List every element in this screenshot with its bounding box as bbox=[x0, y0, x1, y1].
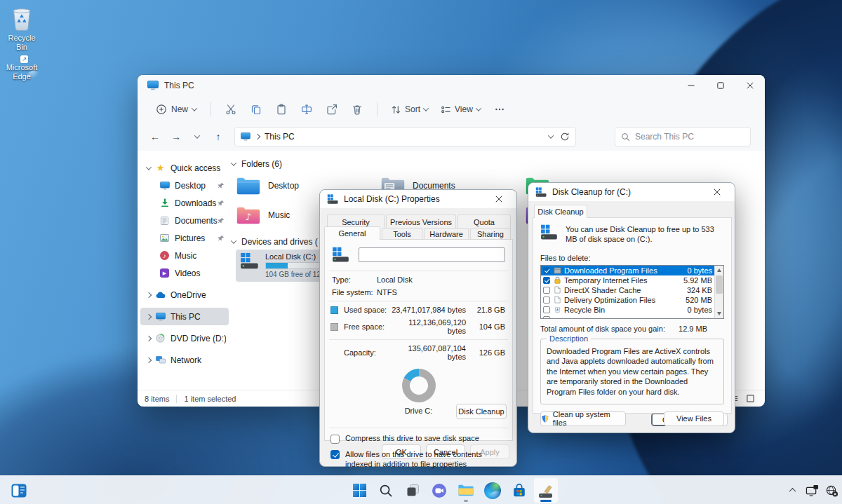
tab-disk-cleanup[interactable]: Disk Cleanup bbox=[534, 205, 587, 218]
volume-label-input[interactable] bbox=[359, 247, 505, 262]
address-dropdown-icon[interactable] bbox=[549, 135, 553, 139]
address-bar[interactable]: This PC bbox=[234, 127, 576, 147]
disk-cleanup-taskbar-button[interactable] bbox=[533, 477, 559, 503]
view-button[interactable]: View bbox=[434, 101, 487, 118]
sidebar-item-downloads[interactable]: Downloads bbox=[140, 194, 229, 212]
devices-section-header[interactable]: Devices and drives ( bbox=[232, 237, 318, 247]
desktop-icon-recycle-bin[interactable]: Recycle Bin bbox=[1, 6, 42, 51]
delete-button[interactable] bbox=[345, 99, 370, 120]
close-icon[interactable] bbox=[707, 184, 728, 200]
tab-general[interactable]: General bbox=[324, 226, 380, 240]
list-item-recycle-bin[interactable]: Recycle Bin 0 bytes bbox=[541, 305, 714, 315]
sidebar-item-music[interactable]: ♪ Music bbox=[140, 247, 229, 264]
sidebar-item-desktop[interactable]: Desktop bbox=[140, 177, 229, 194]
up-button[interactable]: ↑ bbox=[209, 128, 227, 146]
used-space-swatch bbox=[330, 306, 338, 314]
maximize-button[interactable] bbox=[706, 75, 735, 96]
hidden-icons-button[interactable] bbox=[783, 477, 801, 503]
properties-titlebar[interactable]: Local Disk (C:) Properties bbox=[320, 190, 516, 208]
scroll-up-arrow[interactable] bbox=[717, 268, 721, 272]
list-item-partial[interactable] bbox=[541, 315, 714, 319]
list-scrollbar[interactable] bbox=[714, 266, 723, 318]
tab-hardware[interactable]: Hardware bbox=[424, 228, 469, 240]
copy-button[interactable] bbox=[243, 99, 269, 120]
scroll-down-arrow[interactable] bbox=[717, 312, 721, 315]
onedrive-icon bbox=[154, 292, 166, 299]
widgets-button[interactable] bbox=[6, 477, 32, 503]
windows-drive-icon bbox=[332, 247, 350, 262]
cut-button[interactable] bbox=[218, 99, 243, 120]
item-checkbox[interactable] bbox=[543, 306, 550, 313]
network-offline-tray-icon[interactable] bbox=[822, 477, 841, 503]
rename-button[interactable] bbox=[294, 99, 319, 120]
search-input[interactable] bbox=[635, 132, 744, 142]
tab-tools[interactable]: Tools bbox=[382, 228, 422, 240]
index-checkbox-row[interactable]: Allow files on this drive to have conten… bbox=[325, 446, 512, 472]
ellipsis-icon bbox=[494, 104, 505, 115]
folders-section-header[interactable]: Folders (6) bbox=[232, 159, 282, 169]
close-icon[interactable] bbox=[488, 191, 509, 207]
explorer-titlebar[interactable]: This PC bbox=[138, 75, 765, 96]
recent-locations-button[interactable] bbox=[188, 128, 206, 146]
sidebar-item-network[interactable]: Network bbox=[140, 351, 229, 369]
free-space-row: Free space: 112,136,069,120 bytes 104 GB bbox=[325, 316, 512, 337]
view-files-button[interactable]: View Files bbox=[664, 411, 724, 426]
task-view-button[interactable] bbox=[400, 477, 425, 503]
compress-checkbox[interactable] bbox=[330, 435, 340, 444]
sidebar-item-videos[interactable]: ▶ Videos bbox=[140, 264, 229, 282]
list-item-temporary-internet-files[interactable]: Temporary Internet Files 5.92 MB bbox=[541, 275, 714, 285]
item-checkbox[interactable] bbox=[543, 287, 550, 294]
sidebar-item-documents[interactable]: Documents bbox=[140, 212, 229, 229]
sidebar-item-quick-access[interactable]: ★ Quick access bbox=[140, 159, 229, 177]
sort-button[interactable]: Sort bbox=[385, 101, 434, 118]
search-button[interactable] bbox=[373, 477, 399, 503]
disk-cleanup-icon bbox=[537, 483, 554, 498]
recycle-bin-icon bbox=[553, 306, 561, 313]
back-button[interactable]: ← bbox=[146, 128, 164, 146]
new-button[interactable]: New bbox=[149, 100, 203, 118]
edge-button[interactable] bbox=[480, 477, 505, 503]
clean-up-system-files-button[interactable]: Clean up system files bbox=[540, 411, 626, 426]
windows-desktop: Recycle Bin ↗ Microsoft Edge This PC bbox=[0, 0, 842, 504]
search-box[interactable] bbox=[615, 127, 751, 147]
videos-icon: ▶ bbox=[159, 268, 171, 278]
display-tray-icon[interactable] bbox=[803, 477, 821, 503]
files-listbox: Downloaded Program Files 0 bytes Tempora… bbox=[540, 265, 724, 319]
item-checkbox[interactable] bbox=[543, 277, 550, 284]
more-options-button[interactable] bbox=[487, 99, 512, 120]
item-checkbox[interactable] bbox=[543, 297, 550, 304]
item-checkbox[interactable] bbox=[543, 267, 550, 274]
breadcrumb[interactable]: This PC bbox=[265, 132, 295, 142]
index-checkbox[interactable] bbox=[330, 450, 340, 459]
desktop-icon-microsoft-edge[interactable]: ↗ Microsoft Edge bbox=[1, 62, 42, 81]
minimize-button[interactable] bbox=[676, 75, 706, 96]
chat-button[interactable] bbox=[427, 477, 452, 503]
list-item-downloaded-program-files[interactable]: Downloaded Program Files 0 bytes bbox=[541, 266, 714, 275]
refresh-button[interactable] bbox=[560, 132, 570, 142]
close-button[interactable] bbox=[735, 75, 765, 96]
tab-previous-versions[interactable]: Previous Versions bbox=[386, 214, 456, 229]
list-item-delivery-optimization-files[interactable]: Delivery Optimization Files 520 MB bbox=[541, 295, 714, 305]
large-icons-view-button[interactable] bbox=[746, 394, 755, 403]
tab-quota[interactable]: Quota bbox=[457, 214, 511, 229]
item-checkbox[interactable] bbox=[543, 316, 550, 319]
sidebar-item-onedrive[interactable]: OneDrive bbox=[140, 286, 229, 304]
forward-button[interactable]: → bbox=[167, 128, 185, 146]
file-explorer-button[interactable] bbox=[453, 477, 479, 503]
scroll-thumb[interactable] bbox=[716, 275, 723, 294]
chevron-down-icon bbox=[147, 166, 151, 170]
drive-tile-local-disk-c[interactable]: Local Disk (C:) 104 GB free of 126 GB bbox=[236, 250, 328, 282]
sidebar-item-this-pc[interactable]: This PC bbox=[140, 308, 229, 325]
paste-button[interactable] bbox=[269, 99, 294, 120]
tab-sharing[interactable]: Sharing bbox=[470, 228, 511, 240]
list-item-directx-shader-cache[interactable]: DirectX Shader Cache 324 KB bbox=[541, 285, 714, 295]
sidebar-item-pictures[interactable]: Pictures bbox=[140, 229, 229, 247]
store-button[interactable] bbox=[507, 477, 532, 503]
share-button[interactable] bbox=[319, 99, 345, 120]
compress-checkbox-row[interactable]: Compress this drive to save disk space bbox=[325, 430, 512, 446]
start-button[interactable] bbox=[347, 477, 372, 503]
sidebar-item-dvd-drive[interactable]: DVD Drive (D:) CCC( bbox=[140, 329, 229, 347]
chevron-down-icon bbox=[476, 107, 481, 111]
cleanup-titlebar[interactable]: Disk Cleanup for (C:) bbox=[528, 183, 735, 201]
disk-cleanup-button[interactable]: Disk Cleanup bbox=[456, 404, 507, 419]
